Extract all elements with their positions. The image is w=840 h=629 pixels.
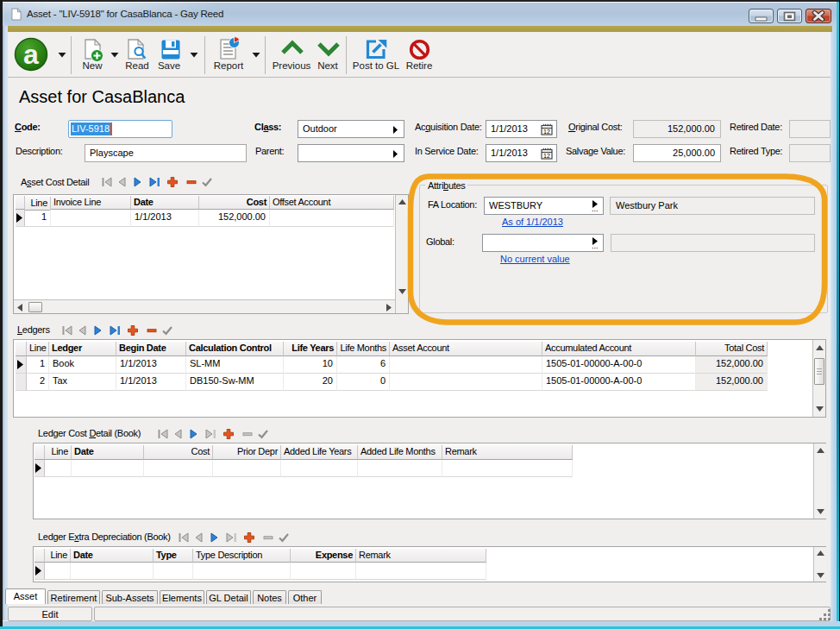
- svg-text:a: a: [23, 39, 39, 70]
- svg-text:Read: Read: [125, 60, 149, 71]
- svg-text:12: 12: [543, 129, 550, 135]
- svg-text:Post to GL: Post to GL: [353, 60, 400, 71]
- svg-text:Retire: Retire: [406, 60, 433, 71]
- svg-text:12: 12: [543, 153, 550, 159]
- svg-text:Report: Report: [214, 60, 244, 71]
- svg-text:Previous: Previous: [273, 60, 311, 71]
- svg-text:Next: Next: [317, 60, 338, 71]
- svg-text:Save: Save: [158, 60, 180, 71]
- svg-text:New: New: [82, 60, 103, 71]
